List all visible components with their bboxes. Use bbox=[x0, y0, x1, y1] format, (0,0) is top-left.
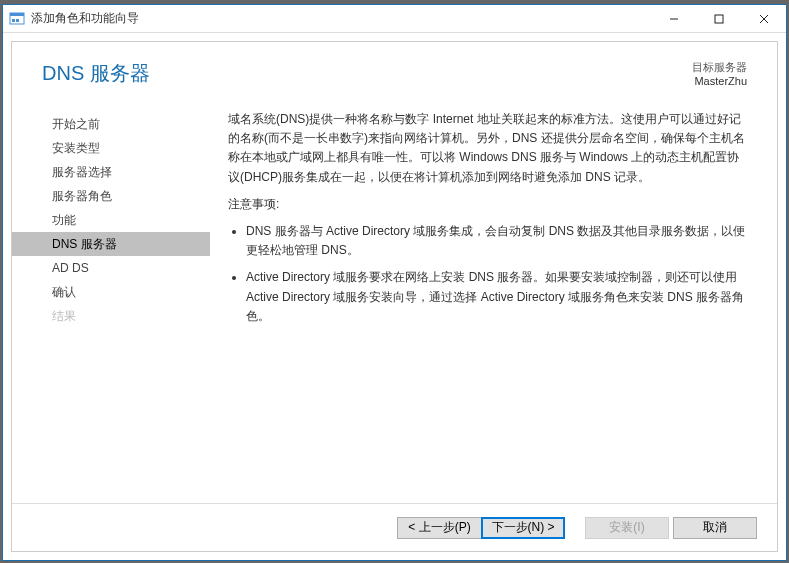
sidebar-item-label: 开始之前 bbox=[52, 116, 100, 133]
titlebar: 添加角色和功能向导 bbox=[3, 5, 786, 33]
target-server-box: 目标服务器 MasterZhu bbox=[692, 60, 747, 89]
sidebar-item-label: AD DS bbox=[52, 261, 89, 275]
target-server-value: MasterZhu bbox=[692, 74, 747, 88]
sidebar-item-label: 安装类型 bbox=[52, 140, 100, 157]
svg-rect-3 bbox=[16, 19, 19, 22]
wizard-window: 添加角色和功能向导 DNS 服务器 目标服务器 MasterZhu 开始之前 安… bbox=[2, 4, 787, 561]
app-icon bbox=[9, 11, 25, 27]
window-title: 添加角色和功能向导 bbox=[31, 10, 139, 27]
page-title: DNS 服务器 bbox=[42, 60, 150, 87]
sidebar-item-label: DNS 服务器 bbox=[52, 236, 117, 253]
sidebar-item-dns-server[interactable]: DNS 服务器 bbox=[12, 232, 210, 256]
target-server-label: 目标服务器 bbox=[692, 60, 747, 74]
header: DNS 服务器 目标服务器 MasterZhu bbox=[12, 42, 777, 108]
svg-rect-1 bbox=[10, 13, 24, 16]
minimize-button[interactable] bbox=[651, 5, 696, 33]
nav-button-group: < 上一步(P) 下一步(N) > bbox=[397, 517, 565, 539]
previous-button[interactable]: < 上一步(P) bbox=[397, 517, 481, 539]
sidebar-item-label: 确认 bbox=[52, 284, 76, 301]
sidebar-item-label: 功能 bbox=[52, 212, 76, 229]
wizard-body: DNS 服务器 目标服务器 MasterZhu 开始之前 安装类型 服务器选择 … bbox=[11, 41, 778, 552]
svg-rect-2 bbox=[12, 19, 15, 22]
notice-item: DNS 服务器与 Active Directory 域服务集成，会自动复制 DN… bbox=[246, 222, 747, 260]
sidebar-item-label: 结果 bbox=[52, 308, 76, 325]
body: 开始之前 安装类型 服务器选择 服务器角色 功能 DNS 服务器 AD DS 确… bbox=[12, 108, 777, 503]
footer: < 上一步(P) 下一步(N) > 安装(I) 取消 bbox=[12, 503, 777, 551]
notice-heading: 注意事项: bbox=[228, 195, 747, 214]
sidebar-item-features[interactable]: 功能 bbox=[12, 208, 210, 232]
sidebar-item-ad-ds[interactable]: AD DS bbox=[12, 256, 210, 280]
svg-rect-5 bbox=[715, 15, 723, 23]
sidebar-item-label: 服务器选择 bbox=[52, 164, 112, 181]
maximize-button[interactable] bbox=[696, 5, 741, 33]
sidebar-item-server-roles[interactable]: 服务器角色 bbox=[12, 184, 210, 208]
sidebar-item-server-select[interactable]: 服务器选择 bbox=[12, 160, 210, 184]
sidebar-item-confirm[interactable]: 确认 bbox=[12, 280, 210, 304]
sidebar-item-install-type[interactable]: 安装类型 bbox=[12, 136, 210, 160]
next-button[interactable]: 下一步(N) > bbox=[481, 517, 565, 539]
sidebar-item-before-begin[interactable]: 开始之前 bbox=[12, 112, 210, 136]
notice-item: Active Directory 域服务要求在网络上安装 DNS 服务器。如果要… bbox=[246, 268, 747, 326]
close-button[interactable] bbox=[741, 5, 786, 33]
notice-list: DNS 服务器与 Active Directory 域服务集成，会自动复制 DN… bbox=[228, 222, 747, 326]
content-area: 域名系统(DNS)提供一种将名称与数字 Internet 地址关联起来的标准方法… bbox=[210, 108, 747, 493]
cancel-button[interactable]: 取消 bbox=[673, 517, 757, 539]
sidebar-item-label: 服务器角色 bbox=[52, 188, 112, 205]
install-button: 安装(I) bbox=[585, 517, 669, 539]
sidebar-item-results: 结果 bbox=[12, 304, 210, 328]
description-paragraph: 域名系统(DNS)提供一种将名称与数字 Internet 地址关联起来的标准方法… bbox=[228, 110, 747, 187]
sidebar: 开始之前 安装类型 服务器选择 服务器角色 功能 DNS 服务器 AD DS 确… bbox=[12, 108, 210, 493]
